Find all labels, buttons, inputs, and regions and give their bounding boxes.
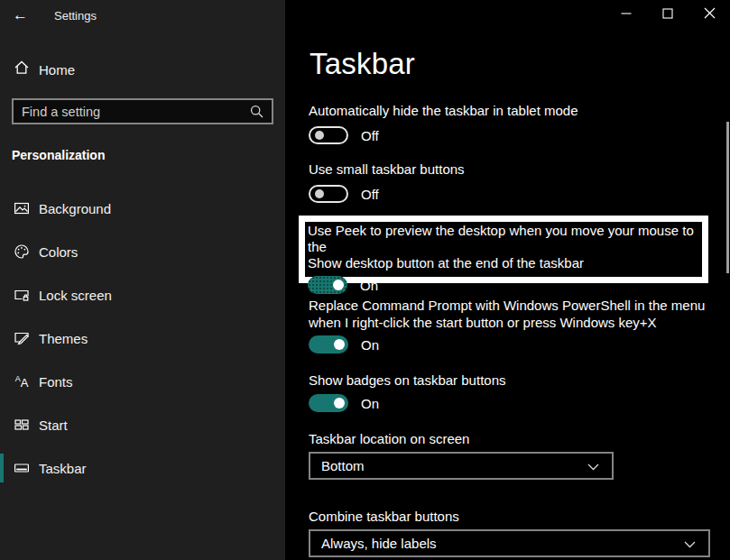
- setting-combine-buttons: Combine taskbar buttons Always, hide lab…: [309, 508, 710, 557]
- combine-buttons-select[interactable]: Always, hide labels: [309, 529, 710, 557]
- sidebar-item-label: Lock screen: [39, 288, 112, 303]
- scrollbar[interactable]: [726, 122, 729, 273]
- sidebar-item-themes[interactable]: Themes: [0, 317, 285, 360]
- toggle-state: On: [361, 396, 379, 411]
- search-input[interactable]: [14, 105, 249, 119]
- sidebar-item-label: Fonts: [39, 374, 73, 390]
- sidebar-nav: Background Colors: [0, 187, 285, 490]
- select-value: Bottom: [321, 458, 365, 473]
- setting-replace-powershell: Replace Command Prompt with Windows Powe…: [309, 297, 705, 353]
- setting-label: Show badges on taskbar buttons: [309, 372, 505, 389]
- search-icon[interactable]: [249, 104, 264, 119]
- section-title: Personalization: [12, 148, 285, 162]
- taskbar-icon: [13, 459, 31, 477]
- setting-small-buttons: Use small taskbar buttons Off: [309, 161, 465, 203]
- image-icon: [13, 199, 31, 217]
- setting-label: Taskbar location on screen: [309, 430, 614, 447]
- settings-window: ← Settings Home Personalization: [0, 0, 730, 560]
- sidebar-item-lock-screen[interactable]: Lock screen: [0, 273, 285, 317]
- setting-auto-hide-taskbar: Automatically hide the taskbar in tablet…: [309, 102, 578, 144]
- toggle-state: Off: [361, 187, 379, 202]
- setting-label: Use Peek to preview the desktop when you…: [308, 223, 702, 271]
- page-title: Taskbar: [310, 47, 415, 81]
- toggle-knob: [315, 189, 324, 198]
- setting-label: Replace Command Prompt with Windows Powe…: [309, 297, 705, 331]
- maximize-button[interactable]: [647, 0, 688, 29]
- minimize-button[interactable]: [605, 0, 647, 29]
- close-button[interactable]: [688, 0, 730, 29]
- close-icon: [704, 7, 716, 22]
- sidebar-item-colors[interactable]: Colors: [0, 230, 285, 273]
- toggle-knob: [315, 131, 324, 140]
- sidebar-item-start[interactable]: Start: [0, 403, 285, 446]
- chevron-down-icon: [684, 536, 696, 551]
- chevron-down-icon: [587, 458, 599, 473]
- toggle-knob: [333, 280, 344, 290]
- app-title: Settings: [54, 9, 97, 23]
- focus-highlight-box: Use Peek to preview the desktop when you…: [299, 216, 708, 283]
- badges-toggle[interactable]: [309, 394, 348, 412]
- minimize-icon: [621, 8, 632, 22]
- toggle-state: On: [360, 278, 378, 293]
- auto-hide-toggle[interactable]: [309, 126, 348, 144]
- select-value: Always, hide labels: [321, 536, 437, 551]
- sidebar-item-label: Themes: [39, 331, 88, 346]
- fonts-icon: AA: [13, 372, 31, 390]
- toggle-knob: [334, 339, 345, 350]
- sidebar-item-home[interactable]: Home: [0, 56, 285, 83]
- window-controls: [605, 0, 730, 29]
- small-buttons-toggle[interactable]: [309, 185, 348, 203]
- home-icon: [13, 59, 31, 80]
- use-peek-toggle[interactable]: [308, 276, 347, 294]
- setting-label: Automatically hide the taskbar in tablet…: [309, 102, 578, 119]
- back-arrow-icon: ←: [13, 6, 28, 23]
- toggle-state: Off: [361, 128, 379, 143]
- sidebar-item-label: Colors: [39, 244, 78, 260]
- themes-icon: [13, 329, 31, 347]
- lock-screen-icon: [13, 286, 31, 304]
- sidebar-item-taskbar[interactable]: Taskbar: [0, 446, 285, 490]
- palette-icon: [13, 243, 31, 261]
- sidebar-item-label: Start: [39, 418, 68, 433]
- titlebar: ← Settings: [0, 0, 285, 31]
- setting-label: Combine taskbar buttons: [309, 508, 710, 525]
- setting-label: Use small taskbar buttons: [309, 161, 465, 178]
- powershell-toggle[interactable]: [309, 335, 348, 353]
- main-panel: Taskbar Automatically hide the taskbar i…: [285, 0, 730, 560]
- sidebar-item-label: Taskbar: [39, 461, 87, 476]
- sidebar: ← Settings Home Personalization: [0, 0, 285, 560]
- back-button[interactable]: ←: [0, 0, 40, 31]
- maximize-icon: [662, 8, 673, 22]
- search-box: [12, 98, 273, 124]
- sidebar-item-background[interactable]: Background: [0, 187, 285, 230]
- sidebar-item-label: Background: [39, 201, 111, 216]
- sidebar-item-fonts[interactable]: AA Fonts: [0, 360, 285, 403]
- sidebar-item-label: Home: [39, 62, 75, 78]
- start-grid-icon: [13, 416, 31, 434]
- toggle-knob: [334, 398, 345, 409]
- taskbar-location-select[interactable]: Bottom: [309, 452, 614, 480]
- toggle-state: On: [361, 337, 379, 353]
- setting-taskbar-location: Taskbar location on screen Bottom: [309, 430, 614, 480]
- setting-show-badges: Show badges on taskbar buttons On: [309, 372, 505, 412]
